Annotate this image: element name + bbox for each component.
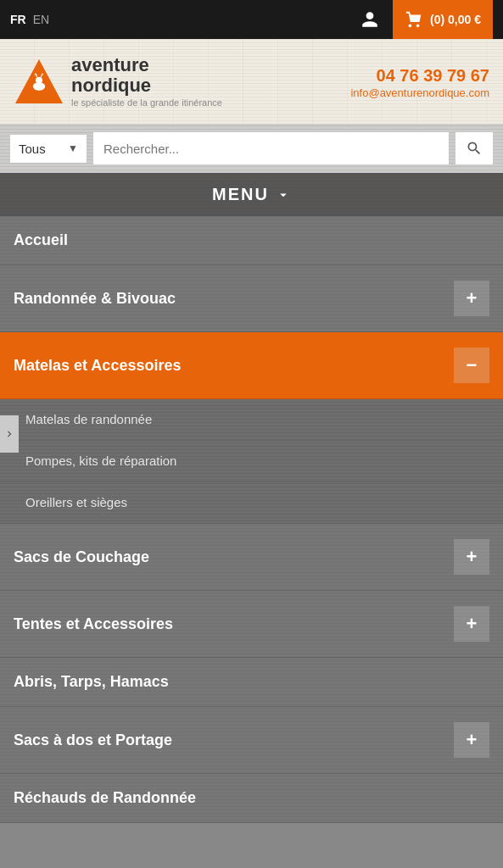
nav-item-label-abris: Abris, Tarps, Hamacs	[14, 673, 169, 691]
svg-point-2	[36, 77, 42, 84]
logo-icon	[14, 56, 64, 107]
nav-item-matelas[interactable]: Matelas et Accessoires−	[0, 332, 503, 399]
expand-btn-rando[interactable]: +	[454, 281, 489, 316]
nav-item-label-sacs-dos: Sacs à dos et Portage	[14, 732, 172, 749]
top-right-actions: (0) 0,00 €	[347, 0, 493, 39]
nav-list: AccueilRandonnée & Bivouac+Matelas et Ac…	[0, 216, 503, 823]
search-category-label: Tous	[19, 142, 46, 156]
chevron-right-icon	[3, 428, 15, 440]
user-icon	[360, 10, 379, 29]
menu-label: MENU	[212, 185, 269, 204]
expand-btn-sacs-couchage[interactable]: +	[454, 539, 489, 575]
search-bar: Tous ▼	[0, 124, 503, 173]
sub-item-matelas-2[interactable]: Oreillers et sièges	[0, 482, 503, 524]
search-icon	[466, 140, 483, 157]
cart-label: (0) 0,00 €	[430, 13, 481, 26]
nav-item-label-tentes: Tentes et Accessoires	[14, 615, 173, 633]
contact-phone[interactable]: 04 76 39 79 67	[350, 64, 489, 86]
nav-item-label-sacs-couchage: Sacs de Couchage	[14, 548, 149, 566]
lang-fr[interactable]: FR	[10, 13, 26, 26]
expand-btn-sacs-dos[interactable]: +	[454, 722, 489, 758]
logo-text: aventure nordique le spécialiste de la g…	[71, 55, 222, 108]
dropdown-arrow-icon: ▼	[68, 142, 78, 154]
nav-item-sacs-dos[interactable]: Sacs à dos et Portage+	[0, 707, 503, 774]
contact-info: 04 76 39 79 67 info@aventurenordique.com	[350, 64, 489, 99]
nav-item-sacs-couchage[interactable]: Sacs de Couchage+	[0, 524, 503, 591]
nav-item-rechauds[interactable]: Réchauds de Randonnée	[0, 774, 503, 823]
logo[interactable]: aventure nordique le spécialiste de la g…	[14, 55, 222, 108]
language-switcher: FR EN	[10, 13, 49, 26]
expand-btn-tentes[interactable]: +	[454, 606, 489, 642]
expand-btn-matelas[interactable]: −	[454, 348, 489, 383]
logo-brand-line2: nordique	[71, 75, 222, 96]
cart-button[interactable]: (0) 0,00 €	[393, 0, 493, 39]
cart-icon	[405, 10, 423, 29]
menu-dropdown-icon	[276, 187, 291, 203]
nav-item-label-rechauds: Réchauds de Randonnée	[14, 789, 196, 807]
nav-item-tentes[interactable]: Tentes et Accessoires+	[0, 591, 503, 658]
nav-item-label-rando: Randonnée & Bivouac	[14, 290, 176, 308]
nav-item-label-matelas: Matelas et Accessoires	[14, 357, 181, 375]
search-input[interactable]	[93, 132, 449, 164]
nav-item-accueil[interactable]: Accueil	[0, 216, 503, 265]
lang-en[interactable]: EN	[33, 13, 49, 26]
site-header: aventure nordique le spécialiste de la g…	[0, 39, 503, 124]
nav-item-rando[interactable]: Randonnée & Bivouac+	[0, 265, 503, 332]
logo-brand-line1: aventure	[71, 55, 222, 75]
sub-items-matelas: Matelas de randonnéePompes, kits de répa…	[0, 399, 503, 524]
search-category-dropdown[interactable]: Tous ▼	[10, 135, 87, 163]
menu-header[interactable]: MENU	[0, 173, 503, 216]
top-bar: FR EN (0) 0,00 €	[0, 0, 503, 39]
sub-item-matelas-1[interactable]: Pompes, kits de réparation	[0, 441, 503, 482]
user-account-button[interactable]	[347, 10, 393, 29]
logo-tagline: le spécialiste de la grande itinérance	[71, 97, 222, 108]
sub-item-matelas-0[interactable]: Matelas de randonnée	[0, 399, 503, 441]
sub-item-label: Oreillers et sièges	[25, 495, 127, 509]
search-button[interactable]	[455, 132, 493, 164]
contact-email[interactable]: info@aventurenordique.com	[350, 86, 489, 99]
nav-item-abris[interactable]: Abris, Tarps, Hamacs	[0, 658, 503, 707]
side-nav-arrow[interactable]	[0, 415, 19, 453]
sub-item-label: Matelas de randonnée	[25, 412, 152, 426]
sub-item-label: Pompes, kits de réparation	[25, 453, 176, 468]
nav-item-label-accueil: Accueil	[14, 231, 68, 249]
